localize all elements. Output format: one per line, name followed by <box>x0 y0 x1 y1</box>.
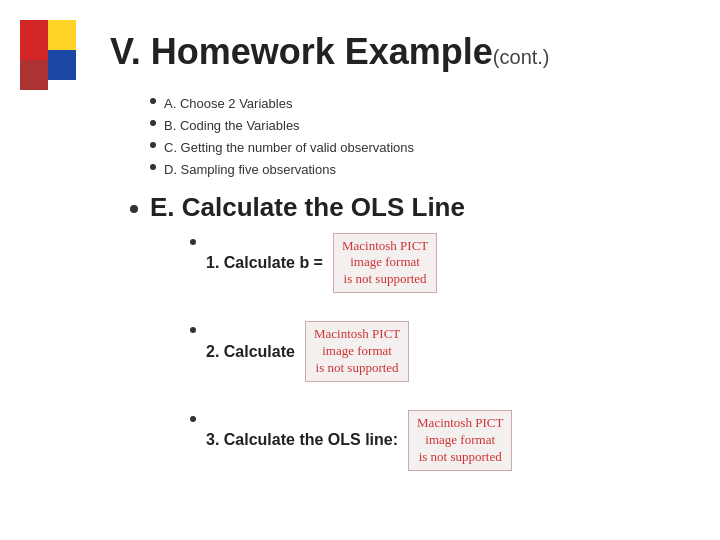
main-item-text: E. Calculate the OLS Line <box>150 192 465 223</box>
title-area: V. Homework Example(cont.) <box>110 30 670 73</box>
image-placeholder-2: Macintosh PICTimage formatis not support… <box>305 321 409 382</box>
sub-item-2-row: 2. Calculate Macintosh PICTimage formati… <box>206 321 409 382</box>
block-yellow <box>48 20 76 50</box>
image-placeholder-1: Macintosh PICTimage formatis not support… <box>333 233 437 294</box>
main-item: E. Calculate the OLS Line <box>130 192 670 223</box>
block-dark-red <box>20 60 48 90</box>
sub-bullet-dot <box>190 239 196 245</box>
sub-item-1: 1. Calculate b = Macintosh PICTimage for… <box>190 233 670 294</box>
bullet-dot <box>150 164 156 170</box>
sub-item-2-text: 2. Calculate <box>206 343 295 361</box>
bullet-list: A. Choose 2 Variables B. Coding the Vari… <box>150 93 670 181</box>
sub-bullet-dot <box>190 327 196 333</box>
main-bullet-dot <box>130 205 138 213</box>
sub-item-3: 3. Calculate the OLS line: Macintosh PIC… <box>190 410 670 471</box>
image-placeholder-3: Macintosh PICTimage formatis not support… <box>408 410 512 471</box>
sub-item-2: 2. Calculate Macintosh PICTimage formati… <box>190 321 670 382</box>
list-item: B. Coding the Variables <box>150 115 670 137</box>
bullet-dot <box>150 120 156 126</box>
slide-title-suffix: (cont.) <box>493 46 550 68</box>
sub-bullet-dot <box>190 416 196 422</box>
list-item: A. Choose 2 Variables <box>150 93 670 115</box>
bullet-dot <box>150 98 156 104</box>
slide-title: V. Homework Example <box>110 31 493 72</box>
slide: V. Homework Example(cont.) A. Choose 2 V… <box>0 0 720 540</box>
sub-item-3-text: 3. Calculate the OLS line: <box>206 431 398 449</box>
sub-items-list: 1. Calculate b = Macintosh PICTimage for… <box>190 233 670 471</box>
sub-item-3-row: 3. Calculate the OLS line: Macintosh PIC… <box>206 410 512 471</box>
block-red <box>20 20 48 60</box>
sub-item-1-row: 1. Calculate b = Macintosh PICTimage for… <box>206 233 437 294</box>
list-item: D. Sampling five observations <box>150 159 670 181</box>
block-blue <box>48 50 76 80</box>
sub-item-1-text: 1. Calculate b = <box>206 254 323 272</box>
decorative-blocks <box>20 20 80 100</box>
list-item: C. Getting the number of valid observati… <box>150 137 670 159</box>
bullet-dot <box>150 142 156 148</box>
